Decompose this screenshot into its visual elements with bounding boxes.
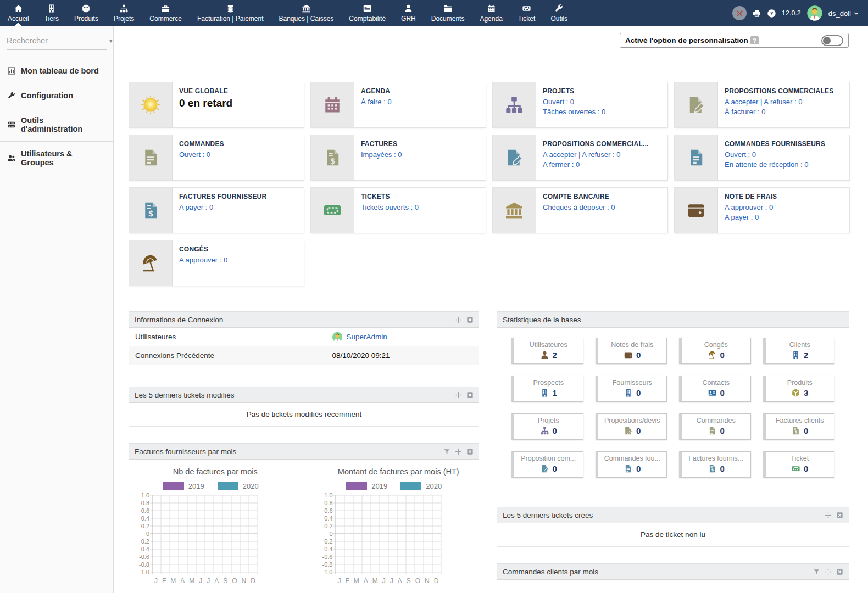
main-menu: Accueil Tiers Produits Projets Commerce … bbox=[0, 0, 575, 26]
sidebar-item-configuration[interactable]: Configuration bbox=[0, 83, 113, 108]
stat-commandes-fournisseurs[interactable]: Commandes fou...0 bbox=[596, 451, 667, 478]
card-link[interactable]: À faire : 0 bbox=[361, 97, 479, 107]
file-pen-icon bbox=[504, 148, 524, 167]
legend-swatch-2020 bbox=[218, 482, 238, 490]
nav-outils[interactable]: Outils bbox=[543, 0, 575, 26]
stat-prospects[interactable]: Prospects1 bbox=[511, 376, 583, 402]
file-pen-icon bbox=[624, 426, 633, 435]
card-link[interactable]: A fermer : 0 bbox=[543, 160, 661, 170]
stat-projets[interactable]: Projets0 bbox=[511, 413, 583, 440]
nav-facturation[interactable]: Facturation | Paiement bbox=[190, 0, 271, 26]
nav-banques[interactable]: Banques | Caisses bbox=[271, 0, 342, 26]
move-icon[interactable] bbox=[825, 512, 832, 519]
card-link[interactable]: Tickets ouverts : 0 bbox=[361, 203, 479, 212]
card-link[interactable]: Tâches ouvertes : 0 bbox=[543, 107, 661, 117]
stat-notes-de-frais[interactable]: Notes de frais0 bbox=[596, 338, 667, 364]
nav-commerce[interactable]: Commerce bbox=[142, 0, 190, 26]
stat-contacts[interactable]: Contacts0 bbox=[679, 376, 751, 402]
avatar[interactable] bbox=[806, 5, 823, 21]
nav-documents[interactable]: Documents bbox=[424, 0, 472, 26]
card-commandes: COMMANDESOuvert : 0 bbox=[129, 135, 304, 180]
building-icon bbox=[791, 350, 800, 360]
personalization-toggle[interactable] bbox=[821, 35, 843, 46]
card-link[interactable]: Ouvert : 0 bbox=[179, 150, 297, 160]
stat-conges[interactable]: Congés0 bbox=[679, 338, 751, 364]
stat-produits[interactable]: Produits3 bbox=[763, 376, 835, 402]
building-icon bbox=[624, 388, 633, 398]
card-link[interactable]: Ouvert : 0 bbox=[543, 97, 661, 107]
card-link[interactable]: En attente de réception : 0 bbox=[725, 160, 843, 170]
filter-icon[interactable] bbox=[813, 568, 820, 575]
nav-agenda[interactable]: Agenda bbox=[472, 0, 510, 26]
card-factures: FACTURESImpayées : 0 bbox=[311, 135, 486, 180]
nav-tiers[interactable]: Tiers bbox=[37, 0, 66, 26]
id-card-icon bbox=[708, 388, 717, 398]
admin-tools-icon[interactable] bbox=[732, 6, 747, 20]
close-icon[interactable] bbox=[836, 512, 843, 519]
person-icon bbox=[540, 350, 549, 360]
card-link[interactable]: A approuver : 0 bbox=[725, 203, 843, 212]
box-title: Les 5 derniers tickets créés bbox=[503, 511, 593, 519]
search-dropdown-icon[interactable]: ▾ bbox=[109, 37, 113, 44]
help-icon[interactable] bbox=[767, 9, 776, 18]
help-tooltip-icon[interactable]: ? bbox=[750, 36, 759, 44]
topbar-right: 12.0.2 ds_doli bbox=[732, 0, 868, 26]
card-link[interactable]: A payer : 0 bbox=[179, 203, 297, 212]
card-link[interactable]: Chèques à déposer : 0 bbox=[543, 203, 661, 212]
stat-clients[interactable]: Clients2 bbox=[763, 338, 835, 364]
search-input[interactable] bbox=[7, 36, 109, 45]
wrench-icon bbox=[7, 91, 16, 100]
stat-factures-fournisseurs[interactable]: Factures fournis...0 bbox=[679, 451, 751, 478]
close-icon[interactable] bbox=[466, 448, 474, 455]
nav-grh[interactable]: GRH bbox=[393, 0, 424, 26]
cube-icon bbox=[791, 388, 800, 398]
ticket-icon bbox=[522, 4, 531, 13]
sidebar-item-tableau-de-bord[interactable]: Mon tableau de bord bbox=[0, 59, 113, 83]
nav-produits[interactable]: Produits bbox=[66, 0, 106, 26]
nav-comptabilite[interactable]: Comptabilité bbox=[341, 0, 393, 26]
stat-utilisateurs[interactable]: Utilisateures2 bbox=[511, 338, 583, 364]
move-icon[interactable] bbox=[455, 448, 462, 455]
stat-proposition-commerciale[interactable]: Proposition com...0 bbox=[511, 451, 583, 478]
close-icon[interactable] bbox=[466, 391, 474, 399]
card-propositions-commerciales: PROPOSITIONS COMMERCIALESA accepter | A … bbox=[675, 82, 849, 127]
sidebar-item-outils-admin[interactable]: Outils d'administration bbox=[0, 108, 113, 142]
stat-propositions-devis[interactable]: Propositions/devis0 bbox=[596, 413, 667, 440]
stat-ticket[interactable]: Ticket0 bbox=[763, 451, 835, 478]
move-icon[interactable] bbox=[825, 568, 832, 575]
move-icon[interactable] bbox=[455, 391, 462, 399]
card-title: COMMANDES bbox=[179, 140, 297, 148]
superadmin-link[interactable]: SuperAdmin bbox=[346, 333, 387, 341]
close-icon[interactable] bbox=[466, 316, 474, 323]
file-pen-icon bbox=[686, 95, 706, 115]
file-pen-icon bbox=[540, 464, 549, 473]
close-icon[interactable] bbox=[836, 568, 843, 575]
card-link[interactable]: A payer : 0 bbox=[725, 212, 843, 222]
stat-factures-clients[interactable]: Factures clients0 bbox=[763, 413, 835, 440]
sidebar-menu: Mon tableau de bord Configuration Outils… bbox=[0, 59, 113, 175]
chart-title: Montant de factures par mois (HT) bbox=[318, 467, 480, 476]
sidebar-item-utilisateurs[interactable]: Utilisateurs & Groupes bbox=[0, 142, 113, 175]
stat-fournisseurs[interactable]: Fournisseurs0 bbox=[596, 376, 667, 402]
stat-commandes[interactable]: Commandes0 bbox=[679, 413, 751, 440]
card-title: NOTE DE FRAIS bbox=[725, 193, 843, 200]
card-link[interactable]: A approuver : 0 bbox=[179, 255, 297, 265]
card-link[interactable]: A accepter | A refuser : 0 bbox=[543, 150, 661, 160]
card-compte-bancaire: COMPTE BANCAIREChèques à déposer : 0 bbox=[493, 188, 667, 233]
user-menu[interactable]: ds_doli bbox=[828, 9, 859, 18]
print-icon[interactable] bbox=[752, 9, 761, 18]
card-link[interactable]: Ouvert : 0 bbox=[725, 150, 843, 160]
move-icon[interactable] bbox=[455, 316, 462, 323]
card-commandes-fournisseurs: COMMANDES FOURNISSEURSOuvert : 0En atten… bbox=[675, 135, 849, 180]
card-link[interactable]: Impayées : 0 bbox=[361, 150, 479, 160]
nav-accueil[interactable]: Accueil bbox=[0, 0, 37, 26]
database-stats-box: Statistiques de la bases Utilisateures2 … bbox=[497, 311, 849, 483]
nav-ticket[interactable]: Ticket bbox=[510, 0, 543, 26]
nav-projets[interactable]: Projets bbox=[106, 0, 142, 26]
filter-icon[interactable] bbox=[443, 448, 450, 455]
card-link[interactable]: A accepter | A refuser : 0 bbox=[725, 97, 843, 107]
card-link[interactable]: À facturer : 0 bbox=[725, 107, 843, 117]
chart-legend: 2019 2020 bbox=[318, 482, 480, 490]
chart-montant-factures: Montant de factures par mois (HT) 2019 2… bbox=[318, 467, 480, 585]
calendar-icon bbox=[487, 4, 496, 13]
